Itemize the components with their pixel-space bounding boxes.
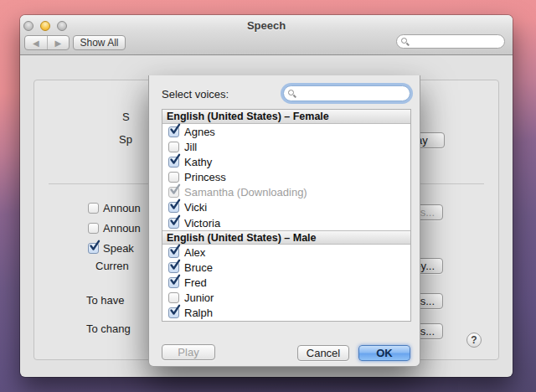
voice-label: English (United States) – Male xyxy=(167,232,317,244)
toolbar-search xyxy=(396,34,505,49)
pane-checkbox[interactable] xyxy=(88,203,99,214)
voice-row[interactable]: Alex xyxy=(162,245,410,260)
speaking-rate-label-fragment: Sp xyxy=(119,133,132,146)
voice-checkbox[interactable] xyxy=(168,307,179,318)
voice-row[interactable]: Samantha (Downloading) xyxy=(162,185,410,200)
voice-row[interactable]: Vicki xyxy=(162,200,410,215)
voice-row[interactable]: Jill xyxy=(162,139,410,154)
voice-checkbox[interactable] xyxy=(168,247,179,258)
voice-label: Vicki xyxy=(184,201,207,214)
voice-label: Fred xyxy=(184,276,207,289)
show-all-button[interactable]: Show All xyxy=(73,35,126,50)
back-forward-control[interactable]: ◀ ▶ xyxy=(24,35,70,50)
current-key-label-fragment: Curren xyxy=(95,260,129,272)
back-icon[interactable]: ◀ xyxy=(25,36,48,49)
to-have-label-fragment: To have xyxy=(86,294,125,307)
toolbar-search-input[interactable] xyxy=(396,34,505,49)
voice-checkbox[interactable] xyxy=(168,126,179,137)
ok-button[interactable]: OK xyxy=(358,345,410,361)
voice-row[interactable]: Fred xyxy=(162,275,410,290)
voice-label: Agnes xyxy=(184,126,215,138)
voice-label: Ralph xyxy=(184,307,213,319)
cancel-button[interactable]: Cancel xyxy=(297,345,349,361)
pane-checkbox[interactable] xyxy=(88,243,99,254)
voice-row[interactable]: Princess xyxy=(162,169,410,184)
pane-checkbox-row[interactable]: Speak xyxy=(88,242,134,255)
voice-search-input[interactable] xyxy=(283,85,410,101)
search-icon xyxy=(288,90,294,95)
voice-row[interactable]: English (United States) – Male xyxy=(162,230,410,245)
voice-checkbox[interactable] xyxy=(168,202,179,213)
voice-row[interactable]: English (United States) – Female xyxy=(162,110,410,124)
voice-checkbox[interactable] xyxy=(168,262,179,273)
select-voices-label: Select voices: xyxy=(162,88,229,101)
voice-row[interactable]: Junior xyxy=(162,291,410,306)
search-icon xyxy=(401,38,407,44)
select-voices-sheet: Select voices: English (United States) –… xyxy=(148,75,420,367)
voice-row[interactable]: Victoria xyxy=(162,215,410,230)
voice-checkbox[interactable] xyxy=(168,277,179,288)
to-change-label-fragment: To chang xyxy=(86,322,131,335)
voice-checkbox[interactable] xyxy=(168,218,179,229)
voice-row[interactable]: Kathy xyxy=(162,154,410,169)
voice-label: Junior xyxy=(184,291,214,304)
voice-search xyxy=(283,85,410,101)
window-title: Speech xyxy=(20,19,513,32)
voice-label: Princess xyxy=(184,171,226,183)
pane-checkbox-label: Announ xyxy=(103,202,141,214)
pane-checkbox-label: Speak xyxy=(103,242,134,255)
voice-checkbox[interactable] xyxy=(168,187,179,198)
voice-row[interactable]: Ralph xyxy=(162,306,410,321)
desktop-wallpaper: Speech ◀ ▶ Show All S Sp Play xyxy=(0,0,536,392)
voice-checkbox[interactable] xyxy=(168,292,179,303)
help-button[interactable]: ? xyxy=(466,333,482,348)
voice-label: Jill xyxy=(184,141,197,153)
pane-checkbox[interactable] xyxy=(88,223,99,234)
pane-checkbox-label: Announ xyxy=(103,222,141,235)
sheet-play-button: Play xyxy=(162,344,215,360)
voice-row[interactable]: Agnes xyxy=(162,124,410,139)
voice-label: Kathy xyxy=(184,156,212,168)
forward-icon[interactable]: ▶ xyxy=(48,36,70,49)
voice-checkbox[interactable] xyxy=(168,142,179,152)
voice-list[interactable]: English (United States) – Female Agnes xyxy=(162,109,411,322)
pane-checkbox-row[interactable]: Announ xyxy=(88,222,141,235)
voice-checkbox[interactable] xyxy=(168,172,179,183)
voice-label: Samantha (Downloading) xyxy=(184,186,307,199)
voice-label: Victoria xyxy=(184,217,220,230)
speech-preferences-window: Speech ◀ ▶ Show All S Sp Play xyxy=(20,15,513,377)
voice-checkbox[interactable] xyxy=(168,157,179,168)
voice-label: English (United States) – Female xyxy=(167,111,329,122)
system-voice-label-fragment: S xyxy=(122,111,130,123)
voice-label: Alex xyxy=(184,246,205,259)
voice-row[interactable]: Bruce xyxy=(162,260,410,275)
window-chrome: Speech ◀ ▶ Show All xyxy=(20,15,513,55)
pane-checkbox-row[interactable]: Announ xyxy=(88,202,141,214)
voice-label: Bruce xyxy=(184,261,213,274)
